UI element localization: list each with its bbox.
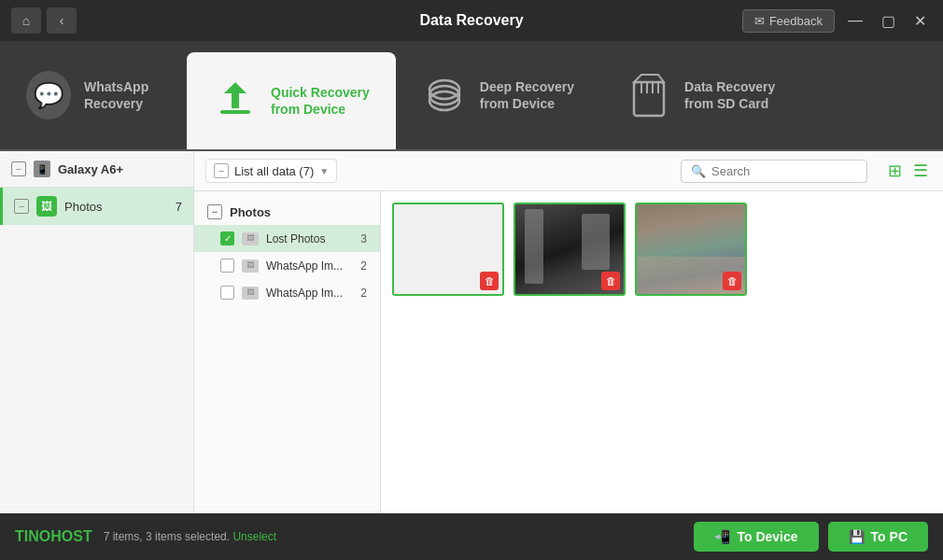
device-header: − 📱 Galaxy A6+ (0, 151, 193, 188)
sidebar-photos-label: Photos (64, 200, 102, 214)
to-pc-button[interactable]: 💾 To PC (828, 522, 928, 552)
photo-1-delete-icon[interactable]: 🗑 (480, 272, 499, 290)
whatsapp1-checkbox[interactable] (220, 259, 234, 273)
to-device-button[interactable]: 📲 To Device (694, 522, 818, 552)
photos-icon: 🖼 (36, 196, 57, 217)
lost-photos-count: 3 (360, 232, 367, 245)
photo-thumb-2[interactable]: 🗑 (514, 203, 626, 296)
photos-collapse-icon[interactable]: − (14, 199, 29, 214)
photo-3-delete-icon[interactable]: 🗑 (723, 272, 741, 290)
tab-quick-label: Quick Recovery from Device (271, 84, 370, 118)
photo-thumb-3[interactable]: 🗑 (635, 203, 747, 296)
tab-sdcard[interactable]: Data Recovery from SD Card (600, 41, 801, 149)
logo-host: HOST (50, 528, 91, 544)
photo-thumb-1[interactable]: 🗑 (392, 203, 504, 296)
grid-view-button[interactable]: ⊞ (884, 159, 906, 183)
tab-sdcard-label: Data Recovery from SD Card (684, 78, 775, 112)
whatsapp2-label: WhatsApp Im... (266, 287, 343, 300)
photos-header-minus-icon[interactable]: − (207, 204, 222, 219)
lost-photos-checkbox[interactable]: ✓ (220, 231, 234, 245)
search-box[interactable]: 🔍 (681, 160, 867, 183)
file-item-lost-photos[interactable]: ✓ 🖼 Lost Photos 3 (194, 225, 380, 252)
to-pc-icon: 💾 (849, 529, 865, 544)
file-list: − Photos ✓ 🖼 Lost Photos 3 🖼 WhatsApp Im… (194, 191, 381, 513)
status-text: 7 items, 3 items selected. Unselect (104, 530, 276, 543)
tab-deep-label: Deep Recovery from Device (480, 78, 574, 112)
sidebar-photos-count: 7 (176, 200, 182, 214)
tabs-bar: 💬 WhatsApp Recovery Quick Recovery from … (0, 41, 943, 151)
home-button[interactable]: ⌂ (11, 7, 41, 34)
device-name: Galaxy A6+ (58, 162, 123, 176)
file-item-whatsapp-2[interactable]: 🖼 WhatsApp Im... 2 (194, 279, 380, 306)
logo-tino: TINO (15, 528, 50, 544)
filter-minus-icon: − (214, 163, 229, 178)
home-icon: ⌂ (22, 13, 30, 28)
data-toolbar: − List all data (7) ▼ 🔍 ⊞ ☰ (194, 151, 943, 191)
tab-deep-recovery[interactable]: Deep Recovery from Device (396, 41, 600, 149)
unselect-link[interactable]: Unselect (232, 530, 276, 543)
deep-recovery-icon (422, 73, 467, 118)
svg-marker-0 (224, 82, 246, 108)
search-icon: 🔍 (691, 164, 706, 178)
main-content: − 📱 Galaxy A6+ − 🖼 Photos 7 − List all d… (0, 151, 943, 513)
search-input[interactable] (711, 164, 857, 178)
filter-dropdown[interactable]: − List all data (7) ▼ (205, 159, 337, 183)
whatsapp-icon: 💬 (34, 81, 63, 110)
mail-icon: ✉ (754, 14, 765, 28)
to-device-icon: 📲 (714, 529, 730, 544)
maximize-button[interactable]: ▢ (876, 10, 901, 32)
whatsapp2-img-icon: 🖼 (242, 287, 259, 300)
feedback-button[interactable]: ✉ Feedback (742, 9, 835, 33)
title-bar-left-buttons: ⌂ ‹ (11, 7, 77, 34)
file-item-whatsapp-1[interactable]: 🖼 WhatsApp Im... 2 (194, 252, 380, 279)
file-category-photos[interactable]: − Photos (194, 199, 380, 225)
title-bar-right: ✉ Feedback — ▢ ✕ (742, 9, 932, 33)
lost-photos-img-icon: 🖼 (242, 232, 259, 245)
sidebar: − 📱 Galaxy A6+ − 🖼 Photos 7 (0, 151, 194, 513)
data-panel: − List all data (7) ▼ 🔍 ⊞ ☰ − Photos (194, 151, 943, 513)
whatsapp1-count: 2 (360, 259, 367, 273)
whatsapp2-checkbox[interactable] (220, 286, 234, 300)
svg-rect-1 (220, 110, 250, 114)
content-row: − Photos ✓ 🖼 Lost Photos 3 🖼 WhatsApp Im… (194, 191, 943, 513)
app-title: Data Recovery (419, 12, 523, 29)
photos-grid: 🗑 🗑 🗑 (381, 191, 943, 513)
device-icon: 📱 (34, 161, 50, 177)
svg-rect-5 (634, 82, 664, 116)
tab-whatsapp[interactable]: 💬 WhatsApp Recovery (0, 41, 187, 149)
list-view-button[interactable]: ☰ (909, 159, 932, 183)
whatsapp1-label: WhatsApp Im... (266, 259, 343, 273)
back-icon: ‹ (60, 13, 64, 28)
lost-photos-label: Lost Photos (266, 232, 325, 245)
bottom-bar: TINOHOST 7 items, 3 items selected. Unse… (0, 513, 943, 560)
minimize-button[interactable]: — (842, 10, 868, 31)
whatsapp-tab-icon: 💬 (26, 73, 71, 118)
device-collapse-icon[interactable]: − (11, 161, 26, 176)
logo: TINOHOST (15, 528, 92, 545)
filter-chevron-icon: ▼ (319, 166, 329, 176)
photo-2-delete-icon[interactable]: 🗑 (601, 272, 620, 290)
tab-quick-recovery[interactable]: Quick Recovery from Device (187, 52, 396, 149)
tab-whatsapp-label: WhatsApp Recovery (84, 78, 148, 112)
view-toggle: ⊞ ☰ (884, 159, 932, 183)
back-button[interactable]: ‹ (47, 7, 77, 34)
whatsapp2-count: 2 (360, 287, 367, 300)
quick-recovery-icon (213, 78, 258, 123)
sdcard-icon (626, 73, 671, 118)
whatsapp1-img-icon: 🖼 (242, 259, 259, 273)
close-button[interactable]: ✕ (908, 10, 932, 32)
sidebar-item-photos[interactable]: − 🖼 Photos 7 (0, 188, 193, 225)
file-category-photos-label: Photos (230, 205, 271, 219)
bottom-actions: 📲 To Device 💾 To PC (694, 522, 928, 552)
filter-label: List all data (7) (234, 164, 314, 178)
title-bar: ⌂ ‹ Data Recovery ✉ Feedback — ▢ ✕ (0, 0, 943, 41)
